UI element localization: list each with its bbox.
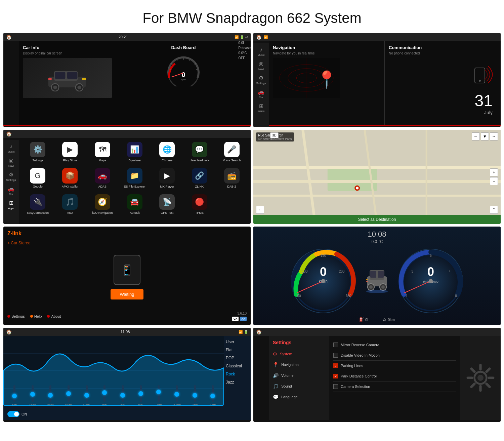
eq-slider-5kHz[interactable]: 5kHz (114, 385, 131, 406)
eq-preset-user[interactable]: User (224, 338, 251, 345)
eq-thumb-10[interactable] (193, 393, 197, 398)
home-icon-1[interactable]: 🏠 (6, 34, 12, 40)
sidebar-settings-2[interactable]: ⚙ Settings (253, 73, 269, 86)
map-zoom-in[interactable]: + (490, 168, 498, 176)
zlink-about-link[interactable]: About (47, 314, 61, 318)
app-item-gps-test[interactable]: 📡GPS Test (152, 194, 182, 218)
home-icon-2[interactable]: 🏠 (256, 34, 262, 40)
settings-option-1[interactable]: Disable Video In Motion (333, 350, 456, 361)
app-item-voice-search[interactable]: 🎤Voice Search (217, 142, 247, 165)
eq-slider-3kHz[interactable]: 3kHz (96, 385, 113, 406)
eq-thumb-1[interactable] (30, 392, 35, 397)
eq-slider-11kHz[interactable]: 11kHz (150, 385, 167, 406)
eq-slider-30Hz[interactable]: 30Hz (6, 385, 23, 406)
eq-thumb-8[interactable] (156, 390, 161, 394)
home-icon-3[interactable]: 🏠 (6, 131, 12, 136)
eq-thumb-5[interactable] (102, 390, 107, 395)
settings-menu-navigation[interactable]: 📍Navigation (269, 359, 329, 370)
settings-menu-sound[interactable]: 🎵Sound (269, 381, 329, 392)
eq-toggle[interactable] (7, 411, 19, 417)
sidebar-apps-2[interactable]: ⊞ APPS (253, 101, 269, 115)
map-back-arrow[interactable]: ← (256, 206, 264, 214)
app-item-igo-navigation[interactable]: 🧭iGO Navigation (88, 194, 117, 218)
app-item-aux[interactable]: 🎵AUX (55, 194, 85, 218)
settings-checkbox-1[interactable] (333, 353, 338, 358)
eq-slider-300Hz[interactable]: 300Hz (42, 385, 59, 406)
app-item-settings[interactable]: ⚙️Settings (23, 142, 52, 165)
app-item-chrome[interactable]: 🌐Chrome (152, 142, 182, 165)
app-item-equalizer[interactable]: 📊Equalizer (120, 142, 150, 165)
eq-preset-flat[interactable]: Flat (224, 347, 251, 353)
sidebar-navi-3[interactable]: ◎ Navi (3, 156, 19, 169)
eq-thumb-9[interactable] (174, 392, 179, 397)
sidebar-navi-2[interactable]: ◎ Navi (253, 59, 269, 72)
settings-checkbox-4[interactable] (333, 384, 338, 389)
destination-bar[interactable]: Select as Destination (253, 215, 501, 224)
app-item-adas[interactable]: 🚗ADAS (88, 168, 117, 192)
map-3d-button[interactable]: 3D (270, 132, 279, 138)
eq-preset-classical[interactable]: Classical (224, 363, 251, 369)
app-item-tpms[interactable]: 🔴TPMS (184, 194, 214, 218)
sidebar-settings-3[interactable]: ⚙ Settings (3, 170, 19, 183)
eq-preset-pop[interactable]: POP (224, 355, 251, 361)
zlink-back-link[interactable]: < Car Stereo (7, 241, 247, 245)
app-item-google[interactable]: GGoogle (23, 168, 52, 192)
map-collapse-btn[interactable]: ⌃ (490, 206, 498, 214)
eq-slider-13.5kHz[interactable]: 13.5kHz (168, 385, 185, 406)
eq-thumb-4[interactable] (84, 393, 89, 398)
eq-thumb-0[interactable] (12, 394, 17, 398)
settings-menu-volume[interactable]: 🔊Volume (269, 370, 329, 381)
eq-thumb-7[interactable] (138, 391, 143, 396)
eq-slider-8kHz[interactable]: 8kHz (132, 385, 149, 406)
app-item-zlink[interactable]: 🔗ZLINK (184, 168, 214, 192)
app-item-maps[interactable]: 🗺Maps (88, 142, 117, 165)
collapse-btn[interactable]: ⌃ (490, 206, 498, 214)
app-item-es-file-explorer[interactable]: 📁ES File Explorer (120, 168, 150, 192)
eq-slider-1.5kHz[interactable]: 1.5kHz (78, 385, 95, 406)
settings-checkbox-3[interactable]: ✓ (333, 374, 338, 378)
home-icon-7[interactable]: 🏠 (6, 329, 12, 334)
settings-option-0[interactable]: Mirror Reverse Camera (333, 340, 456, 350)
home-icon-8[interactable]: 🏠 (256, 329, 262, 334)
eq-thumb-3[interactable] (66, 391, 71, 396)
sidebar-car-3[interactable]: 🚗 Car (3, 184, 19, 197)
map-up-btn[interactable]: ▼ (481, 132, 489, 141)
sidebar-car-2[interactable]: 🚗 Car (253, 87, 269, 101)
eq-preset-jazz[interactable]: Jazz (224, 379, 251, 386)
eq-slider-20kHz[interactable]: 20kHz (204, 385, 221, 406)
map-back-btn[interactable]: ← (472, 132, 480, 141)
settings-menu-language[interactable]: 💬Language (269, 392, 329, 402)
sidebar-music-3[interactable]: ♪ Music (3, 142, 19, 155)
app-item-easyconnection[interactable]: 🔌EasyConnection (23, 194, 52, 218)
eq-thumb-11[interactable] (210, 394, 215, 398)
app-item-play-store[interactable]: ▶Play Store (55, 142, 85, 165)
sidebar-music-2[interactable]: ♪ Music (253, 45, 269, 58)
back-icon[interactable]: ↩ (245, 35, 248, 39)
eq-slider-800Hz[interactable]: 800Hz (60, 385, 77, 406)
eq-thumb-2[interactable] (48, 393, 53, 398)
svg-text:150: 150 (321, 254, 326, 257)
app-item-mx-player[interactable]: ▶MX Player (152, 168, 182, 192)
settings-menu-system[interactable]: ⚙System (269, 349, 329, 359)
app-item-apkinstaller[interactable]: 📦APKInstaller (55, 168, 85, 192)
eq-thumb-6[interactable] (120, 393, 125, 398)
waiting-button[interactable]: Waiting (111, 289, 144, 299)
settings-checkbox-0[interactable] (333, 343, 338, 347)
settings-option-4[interactable]: Camera Selection (333, 382, 456, 392)
back-arrow-btn[interactable]: ← (256, 206, 264, 214)
app-item-autokit[interactable]: 🚘AutoKit (120, 194, 150, 218)
app-item-user-feedback[interactable]: 💬User feedback (184, 142, 214, 165)
eq-preset-rock[interactable]: Rock (224, 371, 251, 377)
map-forward-btn[interactable]: → (490, 132, 498, 141)
zlink-help-link[interactable]: Help (30, 314, 42, 318)
settings-option-3[interactable]: ✓Park Distance Control (333, 371, 456, 382)
svg-point-56 (369, 285, 373, 289)
settings-checkbox-2[interactable]: ✓ (333, 363, 338, 368)
zlink-settings-link[interactable]: Settings (7, 314, 25, 318)
eq-slider-150Hz[interactable]: 150Hz (24, 385, 41, 406)
sidebar-apps-3[interactable]: ⊞ Apps (3, 198, 19, 211)
settings-option-2[interactable]: ✓Parking Lines (333, 361, 456, 371)
map-zoom-out[interactable]: − (490, 177, 498, 185)
eq-slider-16kHz[interactable]: 16kHz (186, 385, 203, 406)
app-item-dab-z[interactable]: 📻DAB-Z (217, 168, 247, 192)
